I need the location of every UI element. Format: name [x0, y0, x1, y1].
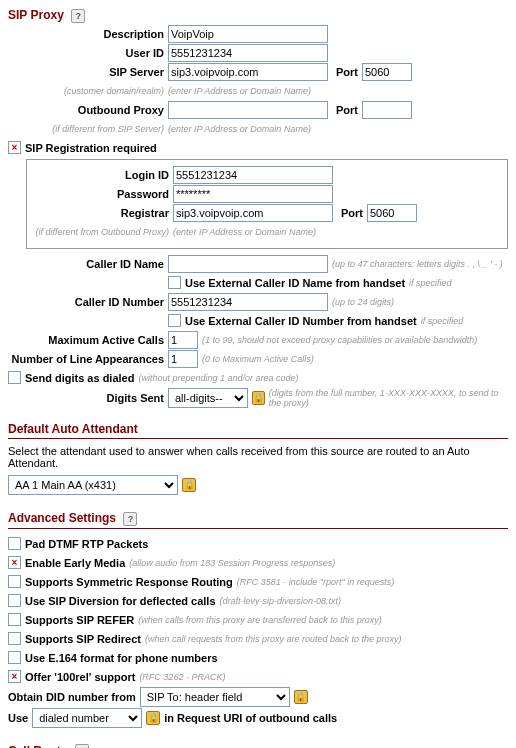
sip-proxy-title: SIP Proxy — [8, 8, 64, 22]
num-line-app-input[interactable] — [168, 350, 198, 368]
sym-resp-label: Supports Symmetric Response Routing — [25, 576, 233, 588]
sym-resp-checkbox[interactable] — [8, 575, 21, 588]
sip-server-port-input[interactable] — [362, 63, 412, 81]
send-digits-checkbox[interactable] — [8, 371, 21, 384]
obtain-did-select[interactable]: SIP To: header field — [140, 687, 290, 707]
sip-redirect-label: Supports SIP Redirect — [25, 633, 141, 645]
num-line-app-label: Number of Line Appearances — [8, 353, 168, 365]
caller-id-number-input[interactable] — [168, 293, 328, 311]
caller-id-name-input[interactable] — [168, 255, 328, 273]
use-ext-cid-name-checkbox[interactable] — [168, 276, 181, 289]
description-label: Description — [8, 28, 168, 40]
use-ext-cid-name-label: Use External Caller ID Name from handset — [185, 277, 405, 289]
e164-label: Use E.164 format for phone numbers — [25, 652, 218, 664]
sip-diversion-label: Use SIP Diversion for deflected calls — [25, 595, 216, 607]
auto-attendant-desc: Select the attendant used to answer when… — [8, 445, 508, 469]
sip-registration-label: SIP Registration required — [25, 142, 157, 154]
max-active-calls-label: Maximum Active Calls — [8, 334, 168, 346]
sip-server-input[interactable] — [168, 63, 328, 81]
caller-id-number-hint: (up to 24 digits) — [332, 297, 394, 307]
lock-icon: 🔒 — [252, 391, 265, 405]
login-id-label: Login ID — [33, 169, 173, 181]
auto-attendant-title: Default Auto Attendant — [8, 422, 138, 436]
registrar-input[interactable] — [173, 204, 333, 222]
description-input[interactable] — [168, 25, 328, 43]
lock-icon: 🔒 — [294, 690, 308, 704]
sip-redirect-checkbox[interactable] — [8, 632, 21, 645]
offer-100rel-hint: (RFC 3262 - PRACK) — [139, 672, 225, 682]
use-label-post: in Request URI of outbound calls — [164, 712, 337, 724]
login-id-input[interactable] — [173, 166, 333, 184]
outbound-proxy-label: Outbound Proxy — [8, 104, 168, 116]
outbound-proxy-input[interactable] — [168, 101, 328, 119]
e164-checkbox[interactable] — [8, 651, 21, 664]
lock-icon: 🔒 — [146, 711, 160, 725]
sip-refer-checkbox[interactable] — [8, 613, 21, 626]
use-ext-cid-number-checkbox[interactable] — [168, 314, 181, 327]
offer-100rel-label: Offer '100rel' support — [25, 671, 135, 683]
send-digits-label: Send digits as dialed — [25, 372, 134, 384]
help-icon[interactable]: ? — [123, 512, 137, 526]
outbound-proxy-port-input[interactable] — [362, 101, 412, 119]
help-icon[interactable]: ? — [75, 744, 89, 748]
max-active-calls-hint: (1 to 99, should not exceed proxy capabi… — [202, 335, 477, 345]
sip-registration-checkbox[interactable]: × — [8, 141, 21, 154]
outbound-hint-left: (if different from SIP Server) — [8, 124, 168, 134]
sip-diversion-checkbox[interactable] — [8, 594, 21, 607]
help-icon[interactable]: ? — [71, 9, 85, 23]
if-specified-hint: if specified — [409, 278, 452, 288]
sip-server-hint-left: (customer domain/realm) — [8, 86, 168, 96]
outbound-hint-right: (enter IP Address or Domain Name) — [168, 124, 311, 134]
obtain-did-label: Obtain DID number from — [8, 691, 136, 703]
user-id-label: User ID — [8, 47, 168, 59]
num-line-app-hint: (0 to Maximum Active Calls) — [202, 354, 314, 364]
offer-100rel-checkbox[interactable]: × — [8, 670, 21, 683]
early-media-checkbox[interactable]: × — [8, 556, 21, 569]
sip-redirect-hint: (when call requests from this proxy are … — [145, 634, 402, 644]
registrar-hint-left: (if different from Outbound Proxy) — [33, 227, 173, 237]
caller-id-number-label: Caller ID Number — [8, 296, 168, 308]
user-id-input[interactable] — [168, 44, 328, 62]
caller-id-name-hint: (up to 47 characters: letters digits . ,… — [332, 259, 503, 269]
password-label: Password — [33, 188, 173, 200]
lock-icon: 🔒 — [182, 478, 196, 492]
sip-server-label: SIP Server — [8, 66, 168, 78]
sip-refer-label: Supports SIP REFER — [25, 614, 134, 626]
if-specified-hint-2: if specified — [421, 316, 464, 326]
use-label-pre: Use — [8, 712, 28, 724]
max-active-calls-input[interactable] — [168, 331, 198, 349]
auto-attendant-select[interactable]: AA 1 Main AA (x431) — [8, 475, 178, 495]
use-ext-cid-number-label: Use External Caller ID Number from hands… — [185, 315, 417, 327]
sip-refer-hint: (when calls from this proxy are transfer… — [138, 615, 382, 625]
use-select[interactable]: dialed number — [32, 708, 142, 728]
sym-resp-hint: (RFC 3581 - include "rport" in requests) — [237, 577, 394, 587]
call-route-title: Call Route — [8, 744, 67, 748]
digits-sent-label: Digits Sent — [8, 392, 168, 404]
port-label-2: Port — [336, 104, 358, 116]
sip-server-hint-right: (enter IP Address or Domain Name) — [168, 86, 311, 96]
early-media-hint: (allow audio from 183 Session Progress r… — [129, 558, 335, 568]
registrar-label: Registrar — [33, 207, 173, 219]
registrar-hint-right: (enter IP Address or Domain Name) — [173, 227, 316, 237]
pad-dtmf-checkbox[interactable] — [8, 537, 21, 550]
digits-sent-hint: (digits from the full number, 1-XXX-XXX-… — [269, 388, 508, 408]
password-input[interactable] — [173, 185, 333, 203]
caller-id-name-label: Caller ID Name — [8, 258, 168, 270]
port-label-3: Port — [341, 207, 363, 219]
registrar-port-input[interactable] — [367, 204, 417, 222]
port-label: Port — [336, 66, 358, 78]
sip-diversion-hint: (draft-levy-sip-diversion-08.txt) — [220, 596, 342, 606]
send-digits-hint: (without prepending 1 and/or area code) — [138, 373, 298, 383]
pad-dtmf-label: Pad DTMF RTP Packets — [25, 538, 148, 550]
digits-sent-select[interactable]: all-digits-- — [168, 388, 248, 408]
early-media-label: Enable Early Media — [25, 557, 125, 569]
advanced-title: Advanced Settings — [8, 511, 116, 525]
